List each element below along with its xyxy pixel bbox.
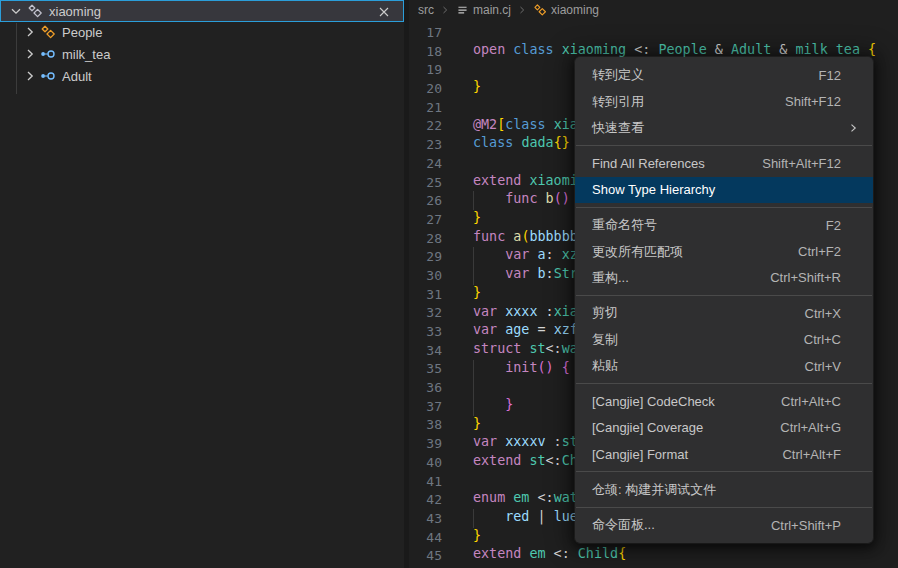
menu-item-cangjie-format[interactable]: [Cangjie] FormatCtrl+Alt+F [575, 441, 873, 467]
code-token: : [546, 266, 554, 281]
code-text[interactable]: extend st<:Ch [473, 453, 578, 472]
code-token: em [529, 546, 545, 561]
code-text[interactable]: extend em <: Child{ [473, 546, 626, 565]
menu-item-show-type-hierarchy[interactable]: Show Type Hierarchy [575, 177, 873, 203]
line-number: 28 [409, 231, 442, 246]
breadcrumb-label: src [418, 3, 434, 17]
code-text[interactable]: func b() [473, 191, 570, 210]
menu-separator [576, 145, 872, 146]
code-text[interactable]: extend xiaomi [473, 173, 578, 192]
menu-item-label: Find All References [592, 156, 705, 171]
code-text[interactable]: init() { [473, 360, 570, 379]
code-text[interactable]: var xxxxv :st [473, 434, 578, 453]
line-number: 30 [409, 268, 442, 283]
menu-item-label: [Cangjie] CodeCheck [592, 394, 715, 409]
code-token: : [546, 247, 562, 262]
root-type-label: xiaoming [49, 4, 101, 19]
code-text[interactable]: var xxxx :xia [473, 304, 578, 323]
menu-item-command-palette[interactable]: 命令面板...Ctrl+Shift+P [575, 512, 873, 538]
code-token: var [505, 266, 537, 281]
code-token: () [538, 360, 562, 375]
close-icon[interactable] [376, 4, 392, 20]
menu-item-shortcut: Ctrl+X [805, 306, 851, 321]
code-token [473, 509, 505, 524]
code-token: var [473, 304, 505, 319]
breadcrumb-item-main-cj[interactable]: main.cj [456, 3, 511, 17]
code-token: class [513, 42, 561, 57]
chevron-right-icon[interactable] [22, 68, 38, 84]
tree-item-adult[interactable]: Adult [0, 65, 404, 87]
code-token: enum [473, 490, 513, 505]
tree-item-milk-tea[interactable]: milk_tea [0, 43, 404, 65]
code-text[interactable]: var age = xzf [473, 322, 578, 341]
code-text[interactable]: } [473, 79, 481, 98]
line-number: 37 [409, 399, 442, 414]
menu-separator [576, 507, 872, 508]
menu-item-goto-definition[interactable]: 转到定义F12 [575, 62, 873, 88]
menu-item-copy[interactable]: 复制Ctrl+C [575, 327, 873, 353]
class-symbol-icon [40, 24, 56, 40]
code-token: xiaoming [562, 42, 627, 57]
code-token: extend [473, 453, 529, 468]
menu-item-label: 剪切 [592, 304, 618, 322]
menu-item-label: 仓颉: 构建并调试文件 [592, 481, 716, 499]
menu-item-cangjie-codecheck[interactable]: [Cangjie] CodeCheckCtrl+Alt+C [575, 388, 873, 414]
line-number: 43 [409, 511, 442, 526]
menu-item-shortcut: Ctrl+V [805, 359, 851, 374]
line-number: 35 [409, 361, 442, 376]
line-number: 33 [409, 324, 442, 339]
line-number: 17 [409, 25, 442, 40]
code-token: { [868, 42, 876, 57]
menu-item-cut[interactable]: 剪切Ctrl+X [575, 300, 873, 326]
code-token: xiaomi [529, 173, 577, 188]
code-text[interactable]: } [473, 528, 481, 547]
code-text[interactable]: var b:Str [473, 266, 578, 285]
tree-item-people[interactable]: People [0, 21, 404, 43]
code-text[interactable]: } [473, 210, 481, 229]
code-token: } [473, 79, 481, 94]
menu-item-label: 转到引用 [592, 93, 644, 111]
line-number: 29 [409, 249, 442, 264]
code-token: <: [546, 546, 578, 561]
code-text[interactable]: } [473, 397, 513, 416]
chevron-right-icon[interactable] [22, 46, 38, 62]
type-hierarchy-panel: xiaoming Peoplemilk_teaAdult [0, 0, 404, 568]
menu-item-rename-symbol[interactable]: 重命名符号F2 [575, 212, 873, 238]
menu-item-change-all-occurrences[interactable]: 更改所有匹配项Ctrl+F2 [575, 238, 873, 264]
code-text[interactable]: } [473, 285, 481, 304]
menu-separator [576, 383, 872, 384]
menu-item-paste[interactable]: 粘贴Ctrl+V [575, 353, 873, 379]
chevron-right-icon[interactable] [22, 24, 38, 40]
interface-symbol-icon [40, 46, 56, 62]
line-number: 39 [409, 436, 442, 451]
menu-item-cangjie-build-and-debug[interactable]: 仓颉: 构建并调试文件 [575, 476, 873, 502]
menu-item-refactor[interactable]: 重构...Ctrl+Shift+R [575, 265, 873, 291]
code-token: & [707, 42, 731, 57]
code-token [473, 360, 505, 375]
code-token: extend [473, 546, 529, 561]
menu-item-cangjie-coverage[interactable]: [Cangjie] CoverageCtrl+Alt+G [575, 415, 873, 441]
tree-item-label: People [62, 25, 102, 40]
code-text[interactable]: var a: xz [473, 247, 578, 266]
code-text[interactable]: func a(bbbbbb [473, 229, 578, 248]
menu-item-find-all-references[interactable]: Find All ReferencesShift+Alt+F12 [575, 150, 873, 176]
line-number: 22 [409, 118, 442, 133]
menu-item-peek[interactable]: 快速查看 [575, 115, 873, 141]
menu-item-goto-references[interactable]: 转到引用Shift+F12 [575, 88, 873, 114]
breadcrumb-item-xiaoming[interactable]: xiaoming [533, 3, 599, 17]
chevron-down-icon[interactable] [8, 3, 24, 19]
breadcrumb-label: xiaoming [551, 3, 599, 17]
code-text[interactable]: struct st<:wa [473, 341, 578, 360]
breadcrumb-item-src[interactable]: src [418, 3, 434, 17]
code-text[interactable]: class dada{} [473, 135, 570, 154]
code-text[interactable]: @M2[class xia [473, 117, 578, 136]
code-token: em [513, 490, 529, 505]
code-text[interactable]: enum em <:wat [473, 490, 578, 509]
code-token: func [473, 229, 513, 244]
breadcrumb-label: main.cj [473, 3, 511, 17]
code-text[interactable]: red | lue [473, 509, 578, 528]
code-text[interactable]: } [473, 416, 481, 435]
code-token: var [505, 247, 537, 262]
code-token: <: [546, 341, 562, 356]
type-hierarchy-root-row[interactable]: xiaoming [0, 0, 404, 22]
